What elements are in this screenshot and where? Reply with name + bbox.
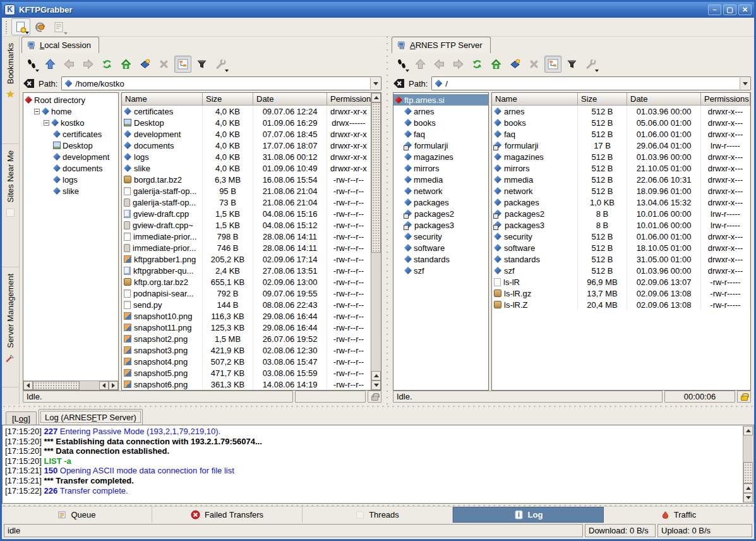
- tree-view-button[interactable]: [174, 56, 191, 73]
- titlebar[interactable]: K KFTPGrabber – ▢ ✕: [2, 2, 754, 18]
- file-row[interactable]: snapshot4.png507,2 KB03.08.06 15:47-rw-r…: [122, 356, 371, 367]
- column-header-size[interactable]: Size: [578, 93, 627, 105]
- panel-splitter[interactable]: [385, 37, 390, 404]
- scrollbar-thumb[interactable]: [371, 102, 381, 253]
- file-row[interactable]: kftp.org.tar.bz2655,1 KB02.09.06 13:00-r…: [122, 276, 371, 288]
- bottom-tab-traffic[interactable]: Traffic: [604, 507, 754, 523]
- tree-item[interactable]: Root directory: [23, 94, 118, 106]
- tree-item[interactable]: packages: [393, 197, 488, 208]
- tree-item[interactable]: security: [393, 231, 488, 242]
- sidebar-tab-sites-near-me[interactable]: Sites Near Me: [2, 144, 19, 267]
- file-row[interactable]: faq512 B01.06.00 01:00drwxr-x---: [492, 128, 750, 140]
- column-header-permissions[interactable]: Permissions: [701, 93, 750, 105]
- scroll-down-button[interactable]: [743, 493, 753, 502]
- new-session-button[interactable]: [11, 18, 30, 35]
- file-row[interactable]: ls-lR.gz13,7 MB02.09.06 13:08-rw-r-----: [492, 288, 750, 299]
- collapse-expander-icon[interactable]: [44, 120, 49, 126]
- file-row[interactable]: galerija-staff-op...73 B21.08.06 21:04-r…: [122, 197, 371, 208]
- minimize-button[interactable]: –: [708, 4, 721, 15]
- footprints-button[interactable]: [23, 56, 40, 73]
- scroll-left-button-2[interactable]: [99, 381, 109, 390]
- file-row[interactable]: kftpgrabber-qu...2,4 KB27.08.06 13:51-rw…: [122, 265, 371, 276]
- file-row[interactable]: kftpgrabber1.png205,2 KB02.09.06 17:14-r…: [122, 253, 371, 265]
- file-row[interactable]: slike4,0 KB01.09.06 10:49drwxr-xr-x: [122, 162, 371, 174]
- file-row[interactable]: podnapisi-sear...792 B09.07.06 19:55-rw-…: [122, 288, 371, 299]
- file-row[interactable]: mmedia512 B22.06.06 10:31drwxr-x---: [492, 174, 750, 185]
- scroll-left-button[interactable]: [23, 381, 33, 390]
- up-arrow-button[interactable]: [42, 56, 59, 73]
- file-row[interactable]: standards512 B31.05.00 01:00drwxr-x---: [492, 253, 750, 265]
- scroll-track[interactable]: [80, 381, 99, 390]
- tree-item[interactable]: books: [393, 117, 488, 128]
- combo-dropdown-button[interactable]: [370, 78, 380, 89]
- lock-button[interactable]: [737, 391, 751, 403]
- home-button[interactable]: [117, 56, 135, 73]
- file-row[interactable]: snapshot11.png125,3 KB29.08.06 16:44-rw-…: [122, 322, 371, 333]
- combo-dropdown-button[interactable]: [740, 78, 750, 89]
- scroll-down-button[interactable]: [371, 380, 381, 390]
- wrench-button[interactable]: [212, 56, 229, 73]
- sidebar-tab-server-management[interactable]: Server Management: [2, 267, 19, 387]
- column-header-date[interactable]: Date: [253, 93, 327, 105]
- column-header-date[interactable]: Date: [627, 93, 701, 105]
- file-row[interactable]: send.py144 B08.08.06 22:43-rw-r--r--: [122, 299, 371, 310]
- tree-item[interactable]: ftp.arnes.si: [393, 94, 488, 106]
- tree-item[interactable]: standards: [393, 253, 488, 265]
- scroll-track[interactable]: [743, 435, 753, 462]
- tree-item[interactable]: packages2: [393, 208, 488, 219]
- tab-remote-session[interactable]: ARNES FTP Server: [392, 37, 491, 53]
- file-row[interactable]: packages38 B10.01.06 00:00lrw-r-----: [492, 219, 750, 231]
- lock-button[interactable]: [368, 391, 381, 403]
- wrench-button[interactable]: [582, 56, 599, 73]
- path-combobox[interactable]: /home/kostko: [61, 76, 381, 90]
- column-header-name[interactable]: Name: [492, 93, 578, 105]
- tree-item[interactable]: kostko: [23, 117, 118, 128]
- quick-connect-button[interactable]: [30, 18, 49, 35]
- file-row[interactable]: snapshot10.png116,3 KB29.08.06 16:44-rw-…: [122, 310, 371, 322]
- tree-item[interactable]: formularji: [393, 140, 488, 151]
- file-row[interactable]: snapshot2.png1,5 MB26.07.06 19:52-rw-r--…: [122, 333, 371, 344]
- tree-item[interactable]: Desktop: [23, 140, 118, 151]
- tree-item[interactable]: szf: [393, 265, 488, 276]
- tree-item[interactable]: home: [23, 106, 118, 117]
- file-row[interactable]: Desktop4,0 KB01.09.06 16:29drwx------: [122, 117, 371, 128]
- footprints-button[interactable]: [393, 56, 410, 73]
- filter-button[interactable]: [563, 56, 580, 73]
- file-row[interactable]: immediate-prior...798 B28.08.06 14:11-rw…: [122, 231, 371, 242]
- tree-item[interactable]: faq: [393, 128, 488, 140]
- reload-button[interactable]: [99, 56, 116, 73]
- sidebar-tab-bookmarks[interactable]: Bookmarks★: [2, 37, 19, 144]
- file-row[interactable]: certificates4,0 KB09.07.06 12:24drwxr-xr…: [122, 106, 371, 117]
- bottom-tab-threads[interactable]: Threads: [303, 507, 453, 523]
- tree-item[interactable]: packages3: [393, 219, 488, 231]
- file-row[interactable]: logs4,0 KB31.08.06 00:12drwxr-xr-x: [122, 151, 371, 162]
- bottom-tab-queue[interactable]: Queue: [2, 507, 152, 523]
- file-list-scrollbar[interactable]: [371, 93, 381, 390]
- file-row[interactable]: formularji17 B29.06.04 01:00lrw-r-----: [492, 140, 750, 151]
- file-row[interactable]: gview-draft.cpp~1,5 KB04.08.06 15:12-rw-…: [122, 219, 371, 231]
- tree-item[interactable]: mmedia: [393, 174, 488, 185]
- toolbar-grip[interactable]: [5, 20, 8, 34]
- file-row[interactable]: snapshot5.png471,7 KB03.08.06 15:59-rw-r…: [122, 367, 371, 379]
- filter-button[interactable]: [193, 56, 210, 73]
- file-row[interactable]: borgd.tar.bz26,3 MB16.08.06 15:54-rw-r--…: [122, 174, 371, 185]
- file-row[interactable]: snapshot3.png421,9 KB02.08.06 12:30-rw-r…: [122, 344, 371, 356]
- tree-item[interactable]: development: [23, 151, 118, 162]
- file-row[interactable]: ls-lR96,9 MB02.09.06 13:07-rw-r-----: [492, 276, 750, 288]
- scrollbar-thumb[interactable]: [33, 381, 80, 390]
- file-row[interactable]: mirrors512 B21.10.05 01:00drwxr-x---: [492, 162, 750, 174]
- tree-item[interactable]: certificates: [23, 128, 118, 140]
- file-row[interactable]: development4,0 KB07.07.06 18:45drwxr-xr-…: [122, 128, 371, 140]
- bottom-tab-log[interactable]: iLog: [453, 507, 604, 523]
- log-tab[interactable]: Log (ARNES FTP Server): [39, 409, 143, 425]
- scroll-right-button[interactable]: [109, 381, 118, 390]
- file-row[interactable]: szf512 B01.03.96 00:00drwxr-x---: [492, 265, 750, 276]
- file-row[interactable]: immediate-prior...746 B28.08.06 14:11-rw…: [122, 242, 371, 253]
- file-row[interactable]: security512 B01.06.00 01:00drwxr-x---: [492, 231, 750, 242]
- file-row[interactable]: packages1,0 KB13.04.06 15:32drwxr-x---: [492, 197, 750, 208]
- file-row[interactable]: software512 B18.10.05 01:00drwxr-x---: [492, 242, 750, 253]
- goto-bookmark-button[interactable]: [507, 56, 524, 73]
- bottom-tab-failed-transfers[interactable]: Failed Transfers: [152, 507, 303, 523]
- home-button[interactable]: [488, 56, 505, 73]
- log-scrollbar[interactable]: [743, 426, 753, 502]
